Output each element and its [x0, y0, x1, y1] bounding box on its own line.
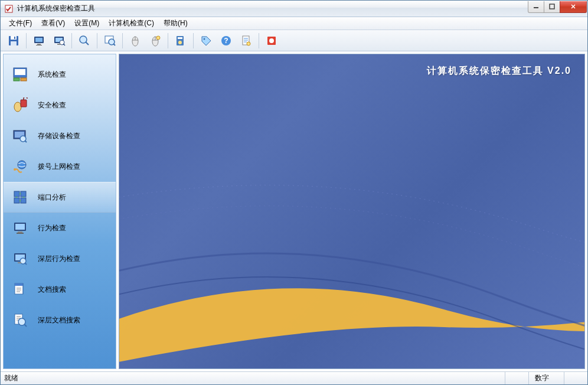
toolbar-mouse1[interactable]: [126, 32, 145, 50]
toolbar-save[interactable]: [4, 32, 23, 50]
svg-rect-6: [14, 37, 15, 39]
toolbar-separator: [97, 33, 97, 48]
storage-check-icon: [12, 128, 28, 144]
doc-search-icon: [12, 281, 28, 298]
toolbar-separator: [259, 33, 259, 48]
svg-point-30: [269, 38, 274, 43]
svg-rect-4: [11, 36, 17, 40]
svg-rect-32: [15, 69, 25, 75]
sidebar-item-label: 深层行为检查: [38, 254, 80, 264]
svg-point-28: [247, 42, 250, 45]
menu-settings[interactable]: 设置(M): [70, 17, 104, 30]
menubar: 文件(F) 查看(V) 设置(M) 计算机检查(C) 帮助(H): [1, 17, 587, 30]
toolbar-document[interactable]: [237, 32, 256, 50]
svg-rect-43: [21, 191, 26, 197]
body-area: 系统检查 安全检查 存储设备检查 拨号上网检查: [1, 51, 587, 371]
port-analysis-icon: [12, 189, 28, 205]
status-pane-empty1: [505, 372, 528, 384]
menu-file[interactable]: 文件(F): [4, 17, 37, 30]
security-check-icon: [12, 97, 28, 113]
svg-rect-48: [18, 231, 22, 233]
deep-doc-search-icon: [12, 312, 28, 328]
statusbar: 就绪 数字: [1, 371, 587, 384]
sidebar-item-deep-doc-search[interactable]: 深层文档搜索: [4, 305, 116, 335]
toolbar-monitor2[interactable]: [50, 32, 68, 50]
application-window: 计算机系统保密检查工具 文件(F) 查看(V) 设置(M) 计算机检查(C) 帮…: [0, 0, 588, 385]
app-icon: [4, 4, 14, 14]
svg-rect-44: [14, 198, 19, 203]
sidebar-item-label: 行为检查: [38, 223, 66, 233]
toolbar-mouse2[interactable]: [146, 32, 165, 50]
svg-rect-55: [15, 283, 23, 286]
sidebar: 系统检查 安全检查 存储设备检查 拨号上网检查: [3, 54, 116, 369]
menu-view[interactable]: 查看(V): [37, 17, 70, 30]
toolbar-search[interactable]: [75, 32, 94, 50]
svg-rect-34: [21, 78, 27, 81]
toolbar-tag[interactable]: [197, 32, 215, 50]
toolbar-separator: [71, 33, 72, 48]
svg-rect-45: [21, 198, 26, 203]
svg-point-40: [18, 161, 26, 169]
svg-rect-10: [36, 45, 42, 45]
sidebar-item-system-check[interactable]: 系统检查: [4, 59, 116, 90]
svg-rect-2: [550, 4, 554, 9]
sidebar-item-behavior-check[interactable]: 行为检查: [4, 213, 116, 243]
svg-rect-8: [35, 38, 43, 42]
deep-behavior-icon: [12, 250, 28, 267]
toolbar-stop[interactable]: [262, 32, 281, 50]
sidebar-item-label: 深层文档搜索: [38, 315, 80, 325]
svg-point-41: [14, 168, 16, 171]
sidebar-item-deep-behavior[interactable]: 深层行为检查: [4, 243, 116, 274]
sidebar-item-label: 系统检查: [38, 70, 66, 80]
toolbar-zoom-window[interactable]: [100, 32, 119, 50]
toolbar-separator: [168, 33, 168, 48]
sidebar-item-dialup-check[interactable]: 拨号上网检查: [4, 151, 116, 182]
svg-rect-36: [21, 100, 27, 107]
sidebar-item-label: 存储设备检查: [38, 131, 80, 141]
main-content: 计算机系统保密检查工具 V2.0: [119, 54, 585, 369]
window-title: 计算机系统保密检查工具: [17, 4, 528, 14]
window-controls: [528, 1, 587, 13]
behavior-check-icon: [12, 220, 28, 236]
svg-rect-1: [534, 7, 538, 8]
minimize-button[interactable]: [528, 1, 544, 13]
svg-rect-14: [57, 44, 61, 45]
svg-rect-22: [178, 37, 182, 39]
menu-help[interactable]: 帮助(H): [159, 17, 192, 30]
svg-rect-49: [17, 233, 24, 234]
sidebar-item-label: 文档搜索: [38, 285, 66, 295]
toolbar-separator: [122, 33, 123, 48]
svg-rect-5: [11, 41, 17, 45]
main-banner-title: 计算机系统保密检查工具 V2.0: [427, 65, 571, 77]
svg-point-20: [156, 36, 160, 40]
sidebar-item-label: 拨号上网检查: [38, 162, 80, 172]
svg-rect-9: [37, 44, 41, 45]
titlebar: 计算机系统保密检查工具: [1, 1, 587, 17]
toolbar-monitor1[interactable]: [30, 32, 48, 50]
toolbar-settings[interactable]: [171, 32, 190, 50]
dialup-check-icon: [12, 158, 28, 175]
sidebar-item-port-analysis[interactable]: 端口分析: [4, 182, 116, 213]
status-pane-empty2: [564, 372, 587, 384]
menu-computer-check[interactable]: 计算机检查(C): [104, 17, 159, 30]
sidebar-item-label: 安全检查: [38, 100, 66, 110]
status-ready: 就绪: [1, 373, 505, 383]
status-numlock: 数字: [528, 372, 564, 384]
maximize-button[interactable]: [544, 1, 560, 13]
toolbar-help[interactable]: ?: [217, 32, 236, 50]
decorative-swoosh: [119, 180, 585, 369]
svg-rect-33: [14, 78, 19, 81]
sidebar-item-security-check[interactable]: 安全检查: [4, 90, 116, 120]
sidebar-item-doc-search[interactable]: 文档搜索: [4, 274, 116, 305]
svg-rect-53: [18, 262, 21, 263]
toolbar: ?: [1, 30, 587, 51]
sidebar-item-storage-check[interactable]: 存储设备检查: [4, 120, 116, 151]
close-button[interactable]: [560, 1, 587, 13]
svg-point-24: [204, 38, 205, 40]
svg-text:?: ?: [224, 37, 228, 45]
svg-rect-47: [15, 224, 25, 230]
toolbar-separator: [193, 33, 194, 48]
svg-rect-42: [14, 191, 19, 197]
svg-point-23: [178, 41, 182, 44]
toolbar-separator: [26, 33, 27, 48]
